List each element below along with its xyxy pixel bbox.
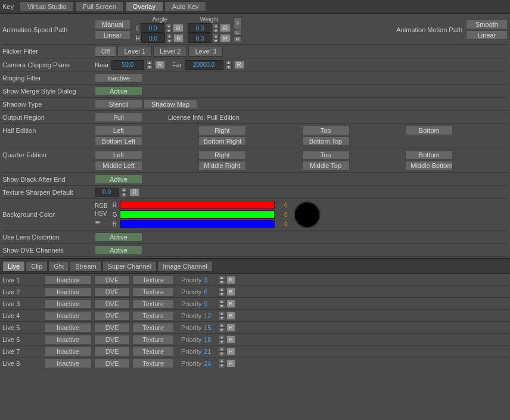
near-r[interactable]: R <box>155 61 165 69</box>
angle-r-input[interactable]: 0.0 <box>141 33 165 43</box>
quarter-bottom[interactable]: Bottom <box>405 150 453 160</box>
texture-sharpen-input[interactable]: 0.0 <box>95 188 119 197</box>
weight-r-up[interactable]: ▲ <box>213 33 219 38</box>
live-6-up[interactable]: ▲ <box>218 335 225 340</box>
live-6-dve[interactable]: DVE <box>94 335 130 344</box>
texture-sharpen-r[interactable]: R <box>129 188 139 197</box>
quarter-left[interactable]: Left <box>95 150 142 160</box>
live-4-r[interactable]: R <box>226 312 235 320</box>
live-8-up[interactable]: ▲ <box>218 359 225 363</box>
live-7-up[interactable]: ▲ <box>218 347 225 351</box>
live-3-down[interactable]: ▼ <box>218 304 225 309</box>
weight-l-down[interactable]: ▼ <box>213 28 219 33</box>
tab-full-screen[interactable]: Full Screen <box>75 1 124 12</box>
weight-l-input[interactable]: 0.3 <box>188 23 212 33</box>
tab-gfx[interactable]: Gfx <box>48 261 69 272</box>
tab-overlay[interactable]: Overlay <box>125 1 163 12</box>
ringing-filter-status[interactable]: Inactive <box>95 73 142 83</box>
dropper-icon[interactable]: ✒ <box>95 218 108 227</box>
quarter-right[interactable]: Right <box>198 150 246 160</box>
weight-r-r[interactable]: R <box>220 34 230 42</box>
live-5-texture[interactable]: Texture <box>132 323 174 332</box>
show-black-after-end-status[interactable]: Active <box>95 175 142 184</box>
near-input[interactable]: 50.0 <box>111 60 144 70</box>
live-4-down[interactable]: ▼ <box>218 316 225 321</box>
live-5-dve[interactable]: DVE <box>94 323 130 332</box>
half-left[interactable]: Left <box>95 126 142 135</box>
live-6-status[interactable]: Inactive <box>44 335 92 344</box>
far-input[interactable]: 20000.0 <box>185 60 223 70</box>
tab-virtual-studio[interactable]: Virtual Studio <box>20 1 74 12</box>
live-1-down[interactable]: ▼ <box>218 280 225 285</box>
quarter-middle-bottom[interactable]: Middle Bottom <box>405 161 453 170</box>
half-bottom[interactable]: Bottom <box>405 126 453 135</box>
half-top[interactable]: Top <box>302 126 350 135</box>
quarter-middle-top[interactable]: Middle Top <box>302 161 350 170</box>
angle-l-r[interactable]: R <box>173 24 183 32</box>
weight-r-down[interactable]: ▼ <box>213 38 219 43</box>
m-btn[interactable]: M <box>234 36 242 42</box>
l-btn[interactable]: L <box>234 30 242 36</box>
use-lens-distortion-status[interactable]: Active <box>95 232 142 242</box>
angle-l-down[interactable]: ▼ <box>166 28 172 33</box>
live-4-texture[interactable]: Texture <box>132 311 174 321</box>
quarter-middle-left[interactable]: Middle Left <box>95 161 142 170</box>
live-3-r[interactable]: R <box>226 300 235 308</box>
far-down[interactable]: ▼ <box>226 65 232 70</box>
s-btn[interactable]: S <box>234 17 242 29</box>
angle-l-up[interactable]: ▲ <box>166 23 172 28</box>
live-5-down[interactable]: ▼ <box>218 328 225 332</box>
texture-sharpen-up[interactable]: ▲ <box>121 188 127 192</box>
live-2-dve[interactable]: DVE <box>94 287 130 297</box>
live-3-up[interactable]: ▲ <box>218 299 225 304</box>
live-8-texture[interactable]: Texture <box>132 359 174 368</box>
live-1-dve[interactable]: DVE <box>94 275 130 285</box>
live-2-up[interactable]: ▲ <box>218 287 225 292</box>
live-8-down[interactable]: ▼ <box>218 363 225 368</box>
weight-l-up[interactable]: ▲ <box>213 23 219 28</box>
shadow-map-btn[interactable]: Shadow Map <box>144 99 197 109</box>
live-4-up[interactable]: ▲ <box>218 311 225 316</box>
quarter-top[interactable]: Top <box>302 150 350 160</box>
half-bottom-right[interactable]: Bottom Right <box>198 136 246 146</box>
tab-auto-key[interactable]: Auto Key <box>164 1 207 12</box>
live-7-status[interactable]: Inactive <box>44 347 92 356</box>
r-bar-track[interactable] <box>120 201 275 209</box>
live-6-r[interactable]: R <box>226 335 235 344</box>
live-2-texture[interactable]: Texture <box>132 287 174 297</box>
far-up[interactable]: ▲ <box>226 60 232 65</box>
live-7-r[interactable]: R <box>226 347 235 356</box>
smooth-btn[interactable]: Smooth <box>466 20 508 29</box>
live-7-down[interactable]: ▼ <box>218 351 225 356</box>
tab-image-channel[interactable]: Image Channel <box>157 261 213 272</box>
live-3-dve[interactable]: DVE <box>94 299 130 309</box>
far-r[interactable]: R <box>234 61 244 69</box>
angle-r-up[interactable]: ▲ <box>166 33 172 38</box>
live-6-down[interactable]: ▼ <box>218 340 225 344</box>
live-4-dve[interactable]: DVE <box>94 311 130 321</box>
live-2-status[interactable]: Inactive <box>44 287 92 297</box>
tab-clip[interactable]: Clip <box>26 261 48 272</box>
tab-super-channel[interactable]: Super Channel <box>102 261 157 272</box>
live-3-status[interactable]: Inactive <box>44 299 92 309</box>
live-1-status[interactable]: Inactive <box>44 275 92 285</box>
flicker-off[interactable]: Off <box>95 46 116 57</box>
full-btn[interactable]: Full <box>95 113 142 122</box>
live-1-up[interactable]: ▲ <box>218 275 225 280</box>
flicker-level1[interactable]: Level 1 <box>117 46 151 57</box>
live-2-r[interactable]: R <box>226 288 235 296</box>
near-up[interactable]: ▲ <box>147 60 153 65</box>
stencil-btn[interactable]: Stencil <box>95 99 142 109</box>
near-down[interactable]: ▼ <box>147 65 153 70</box>
tab-live[interactable]: Live <box>2 261 25 272</box>
texture-sharpen-down[interactable]: ▼ <box>121 192 127 197</box>
angle-r-r[interactable]: R <box>173 34 184 42</box>
live-8-r[interactable]: R <box>226 359 235 368</box>
show-merge-status[interactable]: Active <box>95 86 142 96</box>
live-2-down[interactable]: ▼ <box>218 292 225 297</box>
show-dve-channels-status[interactable]: Active <box>95 245 142 255</box>
live-5-r[interactable]: R <box>226 323 235 332</box>
live-1-r[interactable]: R <box>226 276 235 284</box>
flicker-level3[interactable]: Level 3 <box>188 46 222 57</box>
live-1-texture[interactable]: Texture <box>132 275 174 285</box>
